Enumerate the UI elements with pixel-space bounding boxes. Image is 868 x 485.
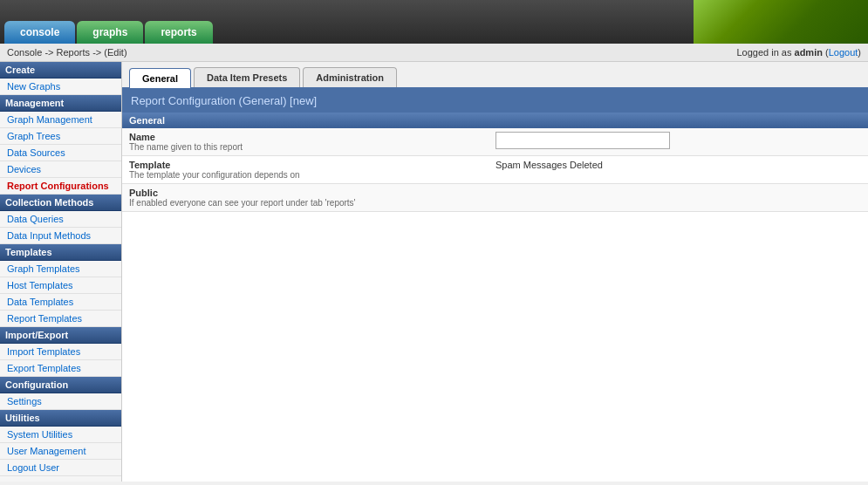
sidebar-item-import-templates[interactable]: Import Templates (0, 344, 121, 360)
field-row-public: Public If enabled everyone can see your … (122, 184, 868, 212)
field-public-label: Public (129, 188, 482, 198)
sidebar-item-data-templates[interactable]: Data Templates (0, 294, 121, 311)
field-name-label: Name (129, 132, 482, 142)
tab-general[interactable]: General (129, 68, 191, 88)
sidebar-item-data-sources[interactable]: Data Sources (0, 145, 121, 161)
sidebar-item-logout-user[interactable]: Logout User (0, 460, 121, 476)
report-title-main: Report Configuration (General) (131, 94, 286, 107)
report-title-sub: [new] (290, 94, 317, 107)
auth-status: Logged in as admin (Logout) (736, 47, 861, 58)
top-nav-bar: console graphs reports (0, 0, 868, 44)
field-template-desc: The template your configuration depends … (129, 170, 482, 180)
sidebar-item-data-queries[interactable]: Data Queries (0, 211, 121, 228)
main-layout: CreateNew GraphsManagementGraph Manageme… (0, 62, 868, 482)
sidebar-section-create: Create (0, 62, 121, 79)
tab-administration[interactable]: Administration (303, 67, 397, 87)
field-public-value (489, 184, 868, 212)
logged-in-label: Logged in as (736, 47, 791, 58)
field-name-desc: The name given to this report (129, 142, 482, 152)
field-row-name: Name The name given to this report (122, 128, 868, 156)
sidebar-section-utilities: Utilities (0, 410, 121, 427)
sidebar-section-import-export: Import/Export (0, 327, 121, 344)
field-name-input[interactable] (496, 132, 670, 149)
sidebar-section-configuration: Configuration (0, 377, 121, 393)
sidebar-item-graph-templates[interactable]: Graph Templates (0, 261, 121, 277)
report-title: Report Configuration (General) [new] (122, 89, 868, 113)
sidebar: CreateNew GraphsManagementGraph Manageme… (0, 62, 122, 482)
sidebar-item-new-graphs[interactable]: New Graphs (0, 79, 121, 95)
section-header-general: General (122, 113, 868, 128)
content-area: General Data Item Presets Administration… (122, 62, 868, 482)
nav-decoration (694, 0, 868, 44)
sidebar-item-host-templates[interactable]: Host Templates (0, 277, 121, 294)
nav-tab-reports[interactable]: reports (145, 21, 212, 44)
field-public-desc: If enabled everyone can see your report … (129, 198, 482, 208)
sidebar-item-graph-trees[interactable]: Graph Trees (0, 128, 121, 145)
username: admin (795, 47, 823, 58)
tab-data-item-presets[interactable]: Data Item Presets (194, 67, 300, 87)
field-row-template: Template The template your configuration… (122, 156, 868, 184)
breadcrumb-bar: Console -> Reports -> (Edit) Logged in a… (0, 44, 868, 62)
nav-tab-graphs[interactable]: graphs (77, 21, 143, 44)
content-tab-bar: General Data Item Presets Administration (122, 62, 868, 89)
sidebar-item-export-templates[interactable]: Export Templates (0, 360, 121, 377)
sidebar-section-management: Management (0, 95, 121, 112)
sidebar-item-report-configurations[interactable]: Report Configurations (0, 178, 121, 195)
sidebar-item-system-utilities[interactable]: System Utilities (0, 427, 121, 443)
sidebar-item-user-management[interactable]: User Management (0, 443, 121, 460)
sidebar-item-graph-management[interactable]: Graph Management (0, 112, 121, 128)
field-template-label: Template (129, 160, 482, 170)
sidebar-item-settings[interactable]: Settings (0, 393, 121, 410)
sidebar-item-data-input-methods[interactable]: Data Input Methods (0, 228, 121, 244)
form-table: Name The name given to this report Templ… (122, 128, 868, 212)
sidebar-section-collection-methods: Collection Methods (0, 195, 121, 211)
sidebar-section-templates: Templates (0, 244, 121, 261)
sidebar-item-report-templates[interactable]: Report Templates (0, 311, 121, 327)
sidebar-item-devices[interactable]: Devices (0, 161, 121, 178)
field-template-value: Spam Messages Deleted (489, 156, 868, 184)
breadcrumb-text: Console -> Reports -> (Edit) (7, 47, 127, 58)
logout-link[interactable]: Logout (829, 47, 858, 58)
nav-tab-console[interactable]: console (4, 21, 75, 44)
